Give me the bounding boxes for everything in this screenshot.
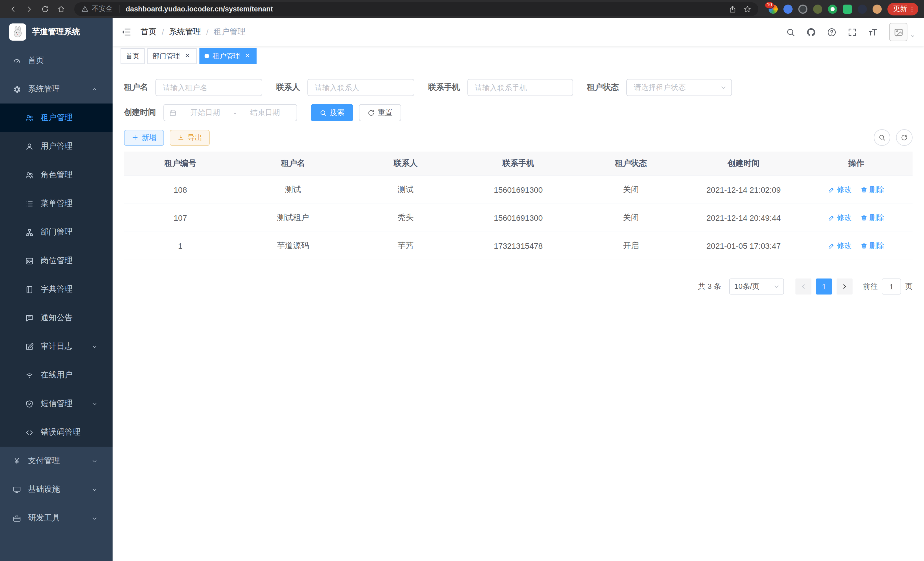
refresh-table-button[interactable] xyxy=(896,129,913,146)
image-placeholder-icon xyxy=(893,27,903,37)
col-create-time: 创建时间 xyxy=(687,152,800,176)
status-select[interactable]: 请选择租户状态 xyxy=(626,79,732,96)
mobile-input[interactable] xyxy=(467,79,573,96)
font-size-button[interactable] xyxy=(868,27,878,37)
cell-mobile: 15601691300 xyxy=(462,204,574,232)
profile-avatar-icon[interactable] xyxy=(873,4,882,14)
download-icon xyxy=(177,134,184,141)
sidebar-item-infra[interactable]: 基础设施 xyxy=(0,475,112,504)
col-actions: 操作 xyxy=(800,152,913,176)
end-date-placeholder: 结束日期 xyxy=(238,108,291,118)
sidebar-item-post[interactable]: 岗位管理 xyxy=(0,247,112,275)
contact-label: 联系人 xyxy=(276,82,300,93)
sidebar-item-pay[interactable]: 支付管理 xyxy=(0,447,112,475)
tab-dept[interactable]: 部门管理 × xyxy=(147,48,196,64)
breadcrumb-home[interactable]: 首页 xyxy=(141,27,157,37)
close-icon[interactable]: × xyxy=(243,52,251,60)
tab-tenant[interactable]: 租户管理 × xyxy=(200,48,256,64)
delete-link[interactable]: 删除 xyxy=(861,213,884,223)
edit-link[interactable]: 修改 xyxy=(828,185,852,195)
avatar-dropdown-caret[interactable] xyxy=(910,33,915,39)
extension-icon[interactable] xyxy=(828,4,837,14)
extension-icon[interactable] xyxy=(843,4,852,14)
sidebar-item-home[interactable]: 首页 xyxy=(0,46,112,75)
github-button[interactable] xyxy=(806,27,816,37)
tenant-name-input[interactable] xyxy=(155,79,262,96)
address-bar[interactable]: 不安全 dashboard.yudao.iocoder.cn/system/te… xyxy=(74,2,758,16)
extension-icon[interactable] xyxy=(798,4,807,14)
start-date-placeholder: 开始日期 xyxy=(179,108,232,118)
sidebar-item-role[interactable]: 角色管理 xyxy=(0,161,112,189)
cell-contact: 芋艿 xyxy=(350,232,462,260)
sidebar-item-dict[interactable]: 字典管理 xyxy=(0,275,112,304)
sidebar-item-tenant[interactable]: 租户管理 xyxy=(0,104,112,132)
col-status: 租户状态 xyxy=(574,152,687,176)
contact-input[interactable] xyxy=(308,79,414,96)
sidebar-toggle[interactable] xyxy=(121,27,131,37)
sidebar-item-online[interactable]: 在线用户 xyxy=(0,361,112,390)
sidebar-item-user[interactable]: 用户管理 xyxy=(0,132,112,161)
delete-link[interactable]: 删除 xyxy=(861,185,884,195)
browser-forward-button[interactable] xyxy=(22,2,37,16)
main-area: 首页 / 系统管理 / 租户管理 首页 xyxy=(112,18,924,561)
header-search-button[interactable] xyxy=(786,27,795,37)
top-navbar: 首页 / 系统管理 / 租户管理 xyxy=(112,18,924,46)
browser-reload-button[interactable] xyxy=(38,2,52,16)
sidebar-item-errcode[interactable]: 错误码管理 xyxy=(0,418,112,447)
system-submenu: 租户管理 用户管理 角色管理 菜单管理 xyxy=(0,104,112,447)
cell-mobile: 17321315478 xyxy=(462,232,574,260)
browser-menu-icon[interactable] xyxy=(909,5,915,12)
extension-icon[interactable] xyxy=(858,4,867,14)
reset-button[interactable]: 重置 xyxy=(359,104,401,121)
date-range-picker[interactable]: 开始日期 - 结束日期 xyxy=(164,104,297,121)
extension-icon[interactable]: 10 xyxy=(769,4,778,14)
search-icon xyxy=(878,134,886,141)
browser-update-button[interactable]: 更新 xyxy=(887,3,918,15)
app-logo[interactable]: 芋道管理系统 xyxy=(0,18,112,46)
search-button[interactable]: 搜索 xyxy=(311,104,353,121)
sidebar-item-system[interactable]: 系统管理 xyxy=(0,75,112,104)
sidebar-menu: 首页 系统管理 租户管理 用户管理 xyxy=(0,46,112,561)
sidebar-item-menu[interactable]: 菜单管理 xyxy=(0,189,112,218)
browser-back-button[interactable] xyxy=(6,2,21,16)
cell-contact: 测试 xyxy=(350,176,462,204)
toggle-search-button[interactable] xyxy=(874,129,890,146)
export-button[interactable]: 导出 xyxy=(170,129,210,146)
org-tree-icon xyxy=(25,228,34,236)
page-number-button[interactable]: 1 xyxy=(816,278,832,295)
chevron-up-icon xyxy=(92,86,98,92)
delete-link[interactable]: 删除 xyxy=(861,241,884,251)
add-button[interactable]: 新增 xyxy=(124,129,164,146)
pagination: 共 3 条 10条/页 1 前往 页 xyxy=(124,278,913,295)
message-icon xyxy=(25,314,34,322)
sidebar-item-audit[interactable]: 审计日志 xyxy=(0,332,112,361)
user-avatar[interactable] xyxy=(889,23,908,41)
share-icon[interactable] xyxy=(729,5,736,13)
calendar-icon xyxy=(169,109,177,116)
edit-link[interactable]: 修改 xyxy=(828,241,852,251)
book-icon xyxy=(25,285,34,294)
sidebar-item-notice[interactable]: 通知公告 xyxy=(0,304,112,332)
goto-page-input[interactable] xyxy=(882,278,901,295)
bookmark-star-icon[interactable] xyxy=(743,5,752,13)
edit-icon xyxy=(828,186,835,193)
sidebar-item-dept[interactable]: 部门管理 xyxy=(0,218,112,247)
prev-page-button[interactable] xyxy=(795,278,812,295)
close-icon[interactable]: × xyxy=(183,52,191,60)
chevron-left-icon xyxy=(800,283,807,290)
sidebar-item-sms[interactable]: 短信管理 xyxy=(0,390,112,418)
fullscreen-button[interactable] xyxy=(848,27,857,37)
sidebar-item-devtool[interactable]: 研发工具 xyxy=(0,504,112,532)
page-size-select[interactable]: 10条/页 xyxy=(729,278,784,295)
dashboard-icon xyxy=(13,56,21,65)
extensions-area: 10 xyxy=(769,4,882,14)
breadcrumb-system[interactable]: 系统管理 xyxy=(169,27,201,37)
extension-icon[interactable] xyxy=(813,4,822,14)
chevron-right-icon xyxy=(841,283,848,290)
next-page-button[interactable] xyxy=(837,278,853,295)
help-button[interactable] xyxy=(827,27,837,37)
tab-home[interactable]: 首页 xyxy=(121,48,145,64)
browser-home-button[interactable] xyxy=(54,2,69,16)
edit-link[interactable]: 修改 xyxy=(828,213,852,223)
extension-icon[interactable] xyxy=(783,4,793,14)
